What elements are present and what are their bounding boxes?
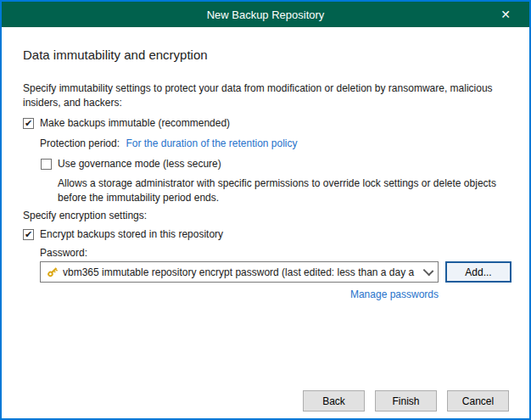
governance-mode-label: Use governance mode (less secure): [58, 158, 221, 170]
close-icon: ✕: [500, 8, 511, 21]
make-immutable-label: Make backups immutable (recommended): [40, 117, 230, 129]
add-password-button-label: Add...: [465, 266, 491, 278]
checkmark-icon: ✔: [25, 119, 32, 128]
password-dropdown[interactable]: vbm365 immutable repository encrypt pass…: [40, 261, 439, 283]
password-label: Password:: [40, 247, 87, 259]
new-backup-repository-dialog: New Backup Repository ✕ Data immutabilit…: [0, 0, 531, 420]
cancel-button-label: Cancel: [462, 395, 494, 407]
finish-button[interactable]: Finish: [375, 390, 437, 412]
close-button[interactable]: ✕: [490, 2, 521, 27]
back-button-label: Back: [322, 395, 345, 407]
encrypt-backups-label: Encrypt backups stored in this repositor…: [40, 228, 223, 240]
checkmark-icon: ✔: [25, 230, 32, 239]
immutability-intro-text: Specify immutability settings to protect…: [23, 81, 515, 110]
key-icon: [46, 266, 59, 278]
chevron-down-icon: [423, 265, 434, 276]
protection-period-link[interactable]: For the duration of the retention policy: [126, 137, 297, 149]
add-password-button[interactable]: Add...: [445, 261, 511, 283]
encrypt-backups-checkbox[interactable]: ✔: [23, 229, 34, 240]
page-title: Data immutability and encryption: [23, 48, 208, 62]
protection-period-label: Protection period:: [40, 137, 120, 149]
encrypt-backups-row: ✔ Encrypt backups stored in this reposit…: [23, 228, 223, 240]
titlebar: New Backup Repository ✕: [2, 2, 529, 27]
make-immutable-row: ✔ Make backups immutable (recommended): [23, 117, 230, 129]
governance-mode-checkbox[interactable]: [41, 159, 52, 170]
back-button[interactable]: Back: [303, 390, 365, 412]
password-selected-value: vbm365 immutable repository encrypt pass…: [63, 266, 419, 278]
governance-mode-row: Use governance mode (less secure): [41, 158, 221, 170]
encryption-intro-text: Specify encryption settings:: [23, 210, 147, 221]
finish-button-label: Finish: [392, 395, 419, 407]
protection-period-row: Protection period: For the duration of t…: [40, 137, 298, 149]
dialog-body: Data immutability and encryption Specify…: [2, 27, 529, 418]
manage-passwords-wrap: Manage passwords: [40, 288, 439, 300]
governance-description: Allows a storage administrator with spec…: [58, 176, 506, 205]
window-title: New Backup Repository: [207, 8, 325, 21]
cancel-button[interactable]: Cancel: [447, 390, 509, 412]
manage-passwords-link[interactable]: Manage passwords: [350, 288, 439, 300]
make-immutable-checkbox[interactable]: ✔: [23, 118, 34, 129]
